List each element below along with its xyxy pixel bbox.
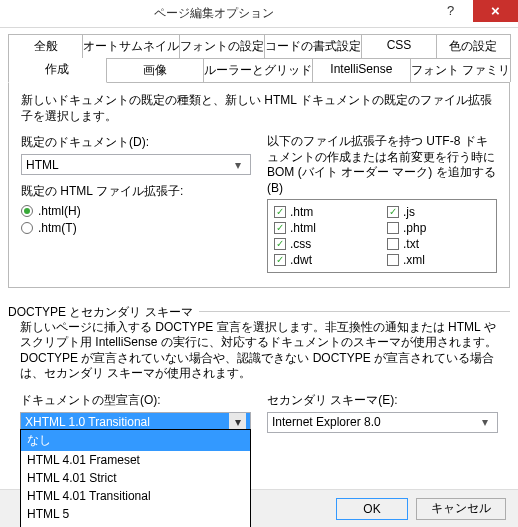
tab-ruler-grid[interactable]: ルーラーとグリッド: [203, 58, 313, 82]
ext-label: .xml: [403, 253, 425, 267]
chevron-down-icon: ▾: [477, 415, 493, 429]
doctype-option[interactable]: HTML 5: [21, 505, 250, 523]
doctype-value: XHTML 1.0 Transitional: [25, 415, 150, 429]
radio-icon: [21, 222, 33, 234]
secondary-select[interactable]: Internet Explorer 8.0 ▾: [267, 412, 498, 433]
ext-checkbox[interactable]: ✓.css: [274, 237, 377, 251]
secondary-value: Internet Explorer 8.0: [272, 415, 381, 429]
chevron-down-icon: ▾: [230, 158, 246, 172]
doctype-option[interactable]: HTML 4.01 Transitional: [21, 487, 250, 505]
ext-label: .html: [290, 221, 316, 235]
checkbox-icon: [387, 222, 399, 234]
doctype-label: ドキュメントの型宣言(O):: [20, 392, 251, 409]
tab-image[interactable]: 画像: [106, 58, 205, 82]
ext-checkbox-group: ✓.htm✓.js✓.html.php✓.css.txt✓.dwt.xml: [267, 199, 497, 273]
doctype-option[interactable]: HTML 4.01 Frameset: [21, 451, 250, 469]
ext-label: .php: [403, 221, 426, 235]
section1-desc: 新しいドキュメントの既定の種類と、新しい HTML ドキュメントの既定のファイル…: [21, 93, 497, 124]
utf8-label-1: 以下のファイル拡張子を持つ UTF-8 ドキュメントの作成または名前変更を行う時…: [267, 134, 497, 165]
tab-panel: 新しいドキュメントの既定の種類と、新しい HTML ドキュメントの既定のファイル…: [8, 82, 510, 288]
ext-checkbox[interactable]: .xml: [387, 253, 490, 267]
ext-label: .js: [403, 205, 415, 219]
ok-button[interactable]: OK: [336, 498, 408, 520]
utf8-label-2: BOM (バイト オーダー マーク) を追加する(B): [267, 165, 497, 196]
close-button[interactable]: ×: [473, 0, 518, 22]
ext-checkbox[interactable]: ✓.js: [387, 205, 490, 219]
tab-css[interactable]: CSS: [361, 34, 436, 58]
checkbox-icon: ✓: [274, 254, 286, 266]
window-title: ページ編集オプション: [0, 5, 428, 22]
radio-htm-label: .htm(T): [38, 221, 77, 235]
doctype-option[interactable]: HTML 4.01 Strict: [21, 469, 250, 487]
radio-htm[interactable]: .htm(T): [21, 221, 251, 235]
doctype-option[interactable]: XHTML 1.0 Frameset: [21, 523, 250, 527]
checkbox-icon: [387, 254, 399, 266]
radio-html[interactable]: .html(H): [21, 204, 251, 218]
tab-row-2: 作成 画像 ルーラーとグリッド IntelliSense フォント ファミリ: [8, 58, 510, 82]
radio-icon: [21, 205, 33, 217]
checkbox-icon: ✓: [274, 238, 286, 250]
tab-autothumbnail[interactable]: オートサムネイル: [82, 34, 180, 58]
tab-intellisense[interactable]: IntelliSense: [312, 58, 411, 82]
title-bar: ページ編集オプション ? ×: [0, 0, 518, 28]
tab-row-1: 全般 オートサムネイル フォントの設定 コードの書式設定 CSS 色の設定: [8, 34, 510, 58]
ext-checkbox[interactable]: ✓.dwt: [274, 253, 377, 267]
checkbox-icon: ✓: [274, 222, 286, 234]
secondary-label: セカンダリ スキーマ(E):: [267, 392, 498, 409]
ext-label: .css: [290, 237, 311, 251]
ext-checkbox[interactable]: .php: [387, 221, 490, 235]
tab-create[interactable]: 作成: [8, 58, 107, 83]
default-doc-select[interactable]: HTML ▾: [21, 154, 251, 175]
default-doc-label: 既定のドキュメント(D):: [21, 134, 251, 151]
tab-code-format[interactable]: コードの書式設定: [264, 34, 362, 58]
ext-label: .htm: [290, 205, 313, 219]
checkbox-icon: ✓: [274, 206, 286, 218]
ext-label: .txt: [403, 237, 419, 251]
help-button[interactable]: ?: [428, 0, 473, 22]
checkbox-icon: ✓: [387, 206, 399, 218]
tab-font-family[interactable]: フォント ファミリ: [410, 58, 511, 82]
radio-html-label: .html(H): [38, 204, 81, 218]
doctype-desc: 新しいページに挿入する DOCTYPE 宣言を選択します。非互換性の通知または …: [20, 320, 498, 382]
checkbox-icon: [387, 238, 399, 250]
doctype-option[interactable]: なし: [21, 430, 250, 451]
doctype-dropdown[interactable]: なしHTML 4.01 FramesetHTML 4.01 StrictHTML…: [20, 429, 251, 527]
default-doc-value: HTML: [26, 158, 59, 172]
ext-checkbox[interactable]: .txt: [387, 237, 490, 251]
tab-general[interactable]: 全般: [8, 34, 83, 58]
cancel-button[interactable]: キャンセル: [416, 498, 506, 520]
ext-checkbox[interactable]: ✓.html: [274, 221, 377, 235]
ext-label: 既定の HTML ファイル拡張子:: [21, 183, 251, 200]
doctype-legend: DOCTYPE とセカンダリ スキーマ: [8, 304, 199, 321]
tab-color[interactable]: 色の設定: [436, 34, 511, 58]
ext-checkbox[interactable]: ✓.htm: [274, 205, 377, 219]
tab-font-settings[interactable]: フォントの設定: [179, 34, 265, 58]
ext-label: .dwt: [290, 253, 312, 267]
